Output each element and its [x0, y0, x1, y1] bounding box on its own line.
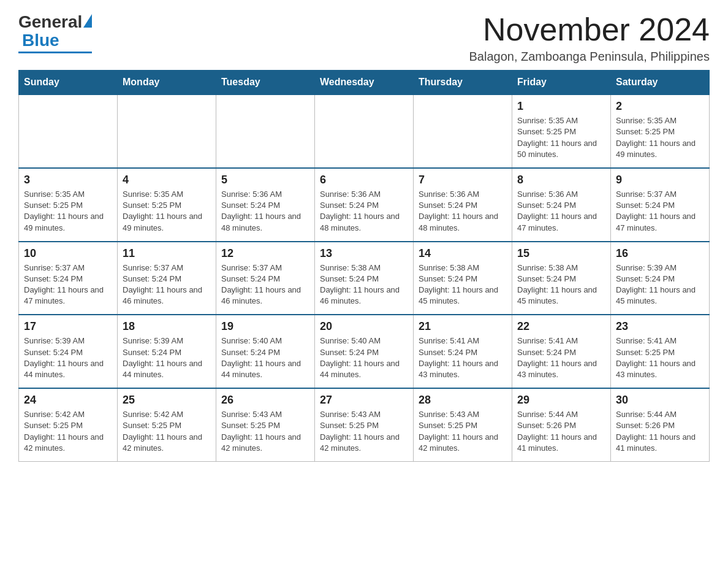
day-number: 22 — [517, 320, 605, 333]
day-info: Sunrise: 5:41 AMSunset: 5:24 PMDaylight:… — [419, 335, 507, 380]
day-of-week-header: Monday — [118, 71, 216, 95]
calendar-table: SundayMondayTuesdayWednesdayThursdayFrid… — [18, 70, 710, 462]
day-number: 19 — [221, 320, 309, 333]
day-number: 8 — [517, 174, 605, 186]
day-info: Sunrise: 5:43 AMSunset: 5:25 PMDaylight:… — [419, 409, 507, 454]
logo-triangle-icon — [83, 14, 92, 28]
day-number: 15 — [517, 247, 605, 260]
day-number: 21 — [419, 320, 507, 333]
calendar-day-cell: 19Sunrise: 5:40 AMSunset: 5:24 PMDayligh… — [216, 315, 315, 388]
day-number: 10 — [24, 247, 112, 260]
calendar-day-cell: 20Sunrise: 5:40 AMSunset: 5:24 PMDayligh… — [315, 315, 414, 388]
calendar-day-cell: 11Sunrise: 5:37 AMSunset: 5:24 PMDayligh… — [118, 242, 216, 315]
month-year-title: November 2024 — [469, 12, 710, 47]
calendar-day-cell: 7Sunrise: 5:36 AMSunset: 5:24 PMDaylight… — [414, 168, 512, 242]
calendar-day-cell: 26Sunrise: 5:43 AMSunset: 5:25 PMDayligh… — [216, 388, 315, 461]
logo-underline — [18, 52, 92, 53]
day-number: 7 — [419, 174, 507, 186]
calendar-week-row: 1Sunrise: 5:35 AMSunset: 5:25 PMDaylight… — [19, 94, 710, 168]
day-number: 25 — [123, 394, 211, 407]
day-of-week-header: Tuesday — [216, 71, 315, 95]
calendar-day-cell — [315, 94, 414, 168]
day-number: 27 — [320, 394, 408, 407]
day-info: Sunrise: 5:35 AMSunset: 5:25 PMDaylight:… — [24, 189, 112, 234]
day-number: 28 — [419, 394, 507, 407]
day-info: Sunrise: 5:36 AMSunset: 5:24 PMDaylight:… — [419, 189, 507, 234]
day-info: Sunrise: 5:37 AMSunset: 5:24 PMDaylight:… — [123, 262, 211, 307]
calendar-day-cell — [19, 94, 118, 168]
day-number: 29 — [517, 394, 605, 407]
day-number: 11 — [123, 247, 211, 260]
calendar-day-cell: 2Sunrise: 5:35 AMSunset: 5:25 PMDaylight… — [611, 94, 710, 168]
day-info: Sunrise: 5:36 AMSunset: 5:24 PMDaylight:… — [221, 189, 309, 234]
calendar-day-cell: 28Sunrise: 5:43 AMSunset: 5:25 PMDayligh… — [414, 388, 512, 461]
day-info: Sunrise: 5:42 AMSunset: 5:25 PMDaylight:… — [123, 409, 211, 454]
calendar-day-cell — [414, 94, 512, 168]
day-info: Sunrise: 5:35 AMSunset: 5:25 PMDaylight:… — [123, 189, 211, 234]
calendar-day-cell: 14Sunrise: 5:38 AMSunset: 5:24 PMDayligh… — [414, 242, 512, 315]
day-info: Sunrise: 5:36 AMSunset: 5:24 PMDaylight:… — [320, 189, 408, 234]
calendar-header: SundayMondayTuesdayWednesdayThursdayFrid… — [19, 71, 710, 95]
calendar-day-cell — [118, 94, 216, 168]
day-number: 23 — [616, 320, 704, 333]
day-info: Sunrise: 5:36 AMSunset: 5:24 PMDaylight:… — [517, 189, 605, 234]
day-info: Sunrise: 5:38 AMSunset: 5:24 PMDaylight:… — [419, 262, 507, 307]
day-number: 6 — [320, 174, 408, 186]
day-of-week-header: Sunday — [19, 71, 118, 95]
day-number: 14 — [419, 247, 507, 260]
day-info: Sunrise: 5:43 AMSunset: 5:25 PMDaylight:… — [221, 409, 309, 454]
day-number: 17 — [24, 320, 112, 333]
day-number: 26 — [221, 394, 309, 407]
day-number: 24 — [24, 394, 112, 407]
day-info: Sunrise: 5:37 AMSunset: 5:24 PMDaylight:… — [221, 262, 309, 307]
calendar-day-cell: 27Sunrise: 5:43 AMSunset: 5:25 PMDayligh… — [315, 388, 414, 461]
day-of-week-header: Thursday — [414, 71, 512, 95]
day-number: 9 — [616, 174, 704, 186]
calendar-day-cell: 8Sunrise: 5:36 AMSunset: 5:24 PMDaylight… — [512, 168, 611, 242]
day-info: Sunrise: 5:35 AMSunset: 5:25 PMDaylight:… — [517, 115, 605, 160]
day-number: 12 — [221, 247, 309, 260]
day-info: Sunrise: 5:42 AMSunset: 5:25 PMDaylight:… — [24, 409, 112, 454]
day-info: Sunrise: 5:35 AMSunset: 5:25 PMDaylight:… — [616, 115, 704, 160]
day-info: Sunrise: 5:38 AMSunset: 5:24 PMDaylight:… — [320, 262, 408, 307]
calendar-day-cell: 6Sunrise: 5:36 AMSunset: 5:24 PMDaylight… — [315, 168, 414, 242]
calendar-day-cell — [216, 94, 315, 168]
calendar-day-cell: 29Sunrise: 5:44 AMSunset: 5:26 PMDayligh… — [512, 388, 611, 461]
title-section: November 2024 Balagon, Zamboanga Peninsu… — [469, 12, 710, 64]
days-of-week-row: SundayMondayTuesdayWednesdayThursdayFrid… — [19, 71, 710, 95]
page-header: General Blue November 2024 Balagon, Zamb… — [18, 12, 710, 64]
calendar-week-row: 3Sunrise: 5:35 AMSunset: 5:25 PMDaylight… — [19, 168, 710, 242]
day-info: Sunrise: 5:37 AMSunset: 5:24 PMDaylight:… — [24, 262, 112, 307]
day-number: 30 — [616, 394, 704, 407]
calendar-week-row: 24Sunrise: 5:42 AMSunset: 5:25 PMDayligh… — [19, 388, 710, 461]
logo: General Blue — [18, 12, 92, 53]
location-subtitle: Balagon, Zamboanga Peninsula, Philippine… — [469, 50, 710, 64]
calendar-body: 1Sunrise: 5:35 AMSunset: 5:25 PMDaylight… — [19, 94, 710, 461]
calendar-day-cell: 4Sunrise: 5:35 AMSunset: 5:25 PMDaylight… — [118, 168, 216, 242]
day-number: 1 — [517, 100, 605, 113]
day-number: 3 — [24, 174, 112, 186]
day-number: 18 — [123, 320, 211, 333]
calendar-day-cell: 10Sunrise: 5:37 AMSunset: 5:24 PMDayligh… — [19, 242, 118, 315]
calendar-day-cell: 30Sunrise: 5:44 AMSunset: 5:26 PMDayligh… — [611, 388, 710, 461]
day-info: Sunrise: 5:41 AMSunset: 5:25 PMDaylight:… — [616, 335, 704, 380]
calendar-day-cell: 25Sunrise: 5:42 AMSunset: 5:25 PMDayligh… — [118, 388, 216, 461]
calendar-day-cell: 21Sunrise: 5:41 AMSunset: 5:24 PMDayligh… — [414, 315, 512, 388]
calendar-day-cell: 18Sunrise: 5:39 AMSunset: 5:24 PMDayligh… — [118, 315, 216, 388]
day-number: 20 — [320, 320, 408, 333]
calendar-day-cell: 24Sunrise: 5:42 AMSunset: 5:25 PMDayligh… — [19, 388, 118, 461]
calendar-week-row: 10Sunrise: 5:37 AMSunset: 5:24 PMDayligh… — [19, 242, 710, 315]
day-of-week-header: Saturday — [611, 71, 710, 95]
calendar-day-cell: 22Sunrise: 5:41 AMSunset: 5:24 PMDayligh… — [512, 315, 611, 388]
day-info: Sunrise: 5:39 AMSunset: 5:24 PMDaylight:… — [123, 335, 211, 380]
calendar-day-cell: 5Sunrise: 5:36 AMSunset: 5:24 PMDaylight… — [216, 168, 315, 242]
day-number: 16 — [616, 247, 704, 260]
calendar-day-cell: 16Sunrise: 5:39 AMSunset: 5:24 PMDayligh… — [611, 242, 710, 315]
calendar-day-cell: 13Sunrise: 5:38 AMSunset: 5:24 PMDayligh… — [315, 242, 414, 315]
calendar-day-cell: 15Sunrise: 5:38 AMSunset: 5:24 PMDayligh… — [512, 242, 611, 315]
day-of-week-header: Friday — [512, 71, 611, 95]
calendar-day-cell: 3Sunrise: 5:35 AMSunset: 5:25 PMDaylight… — [19, 168, 118, 242]
day-number: 4 — [123, 174, 211, 186]
day-of-week-header: Wednesday — [315, 71, 414, 95]
day-info: Sunrise: 5:39 AMSunset: 5:24 PMDaylight:… — [616, 262, 704, 307]
